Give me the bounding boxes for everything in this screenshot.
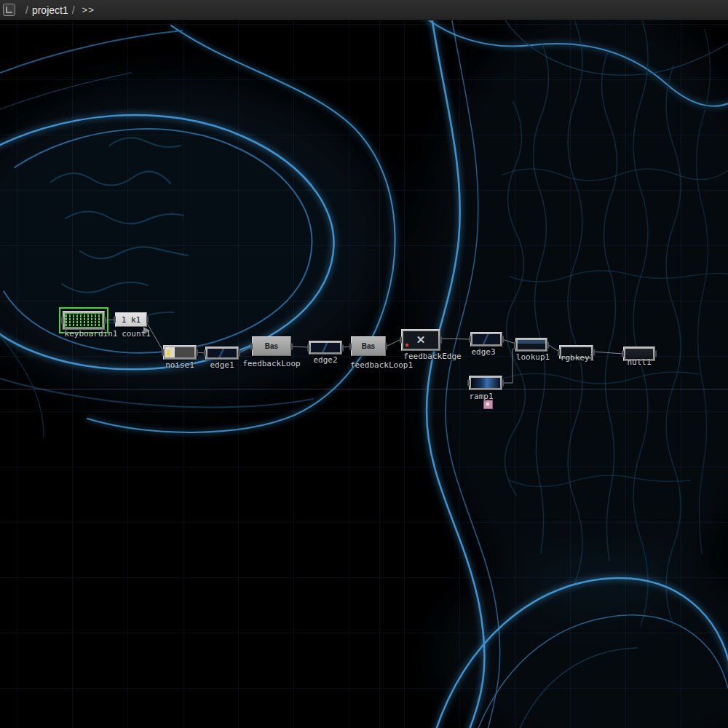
keyboard-thumbnail	[65, 313, 103, 328]
node-label-feedbackLoop1: feedbackLoop1	[350, 360, 413, 370]
node-layer: keyboardin11 k1count1noise1edge1Basfeedb…	[0, 0, 728, 728]
edge-thumbnail	[207, 349, 237, 357]
node-ramp1[interactable]	[469, 376, 502, 390]
fbedge-thumbnail	[403, 331, 438, 349]
node-label-keyboardin1: keyboardin1	[65, 329, 118, 339]
node-label-edge3: edge3	[471, 347, 495, 357]
node-noise1[interactable]	[163, 345, 197, 360]
breadcrumb-separator: /	[72, 4, 75, 16]
node-edge2[interactable]	[309, 341, 342, 355]
breadcrumb-project1[interactable]: project1	[32, 4, 68, 16]
node-count1-text: 1 k1	[122, 315, 141, 325]
node-label-ramp1: ramp1	[469, 392, 493, 401]
breadcrumb-separator: /	[25, 4, 28, 16]
node-label-feedbackLoop: feedbackLoop	[242, 359, 300, 368]
path-bar: / project1 / >>	[0, 0, 728, 20]
node-feedbackLoop1[interactable]: Bas	[351, 336, 386, 356]
noise-thumbnail	[165, 347, 194, 357]
network-canvas[interactable]: keyboardin11 k1count1noise1edge1Basfeedb…	[0, 0, 728, 728]
node-label-edge2: edge2	[313, 355, 337, 365]
node-label-noise1: noise1	[165, 360, 194, 370]
node-label-feedbackEdge: feedbackEdge	[403, 352, 461, 361]
breadcrumb-expand[interactable]: >>	[82, 4, 95, 15]
node-feedbackLoop-text: Bas	[265, 342, 278, 350]
edge-thumbnail	[472, 334, 500, 344]
node-edge1[interactable]	[205, 347, 239, 360]
node-feedbackLoop[interactable]: Bas	[252, 336, 291, 356]
node-label-null1: null1	[627, 357, 651, 367]
node-label-count1: count1	[122, 329, 151, 339]
pane-icon[interactable]	[3, 4, 15, 16]
node-label-edge1: edge1	[210, 360, 234, 370]
node-lookup1[interactable]	[515, 338, 547, 352]
node-count1[interactable]: 1 k1	[115, 312, 147, 327]
node-feedbackLoop1-text: Bas	[362, 342, 375, 350]
node-edge3[interactable]	[470, 332, 502, 347]
edge-thumbnail	[311, 343, 340, 352]
lookup-thumbnail	[518, 340, 545, 349]
node-feedbackEdge[interactable]	[401, 329, 440, 351]
node-label-lookup1: lookup1	[516, 352, 550, 362]
node-keyboardin1[interactable]	[63, 311, 105, 330]
node-label-rgbkey1: rgbkey1	[561, 353, 594, 363]
ramp-thumbnail	[471, 378, 500, 388]
